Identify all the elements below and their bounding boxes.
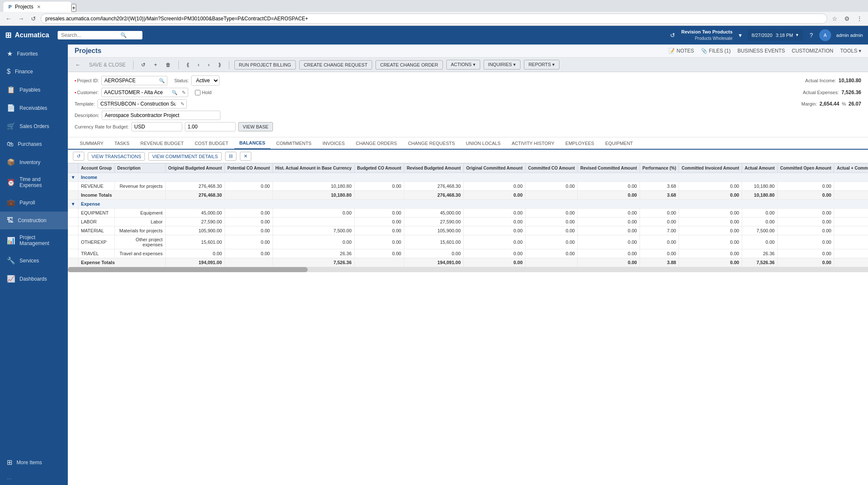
browser-forward-button[interactable]: → — [16, 14, 26, 23]
col-revised-budgeted[interactable]: Revised Budgeted Amount — [404, 164, 463, 173]
template-input[interactable] — [98, 100, 178, 108]
sidebar-item-payroll[interactable]: 💼 Payroll — [0, 193, 68, 212]
col-account-group[interactable]: Account Group — [78, 164, 114, 173]
undo-button[interactable]: ↺ — [139, 61, 148, 69]
tab-commitments[interactable]: COMMITMENTS — [271, 137, 317, 149]
search-input[interactable] — [61, 32, 120, 38]
col-actual-committed[interactable]: Actual + Committed Amount — [834, 164, 868, 173]
description-input[interactable] — [102, 111, 220, 120]
reports-button[interactable]: REPORTS ▾ — [524, 60, 559, 70]
refresh-nav-button[interactable]: ↺ — [669, 31, 676, 40]
new-tab-button[interactable]: + — [71, 4, 76, 12]
browser-address-bar[interactable] — [41, 14, 827, 24]
tab-equipment[interactable]: EQUIPMENT — [600, 137, 638, 149]
sub-icon1-button[interactable]: ⊟ — [225, 152, 236, 161]
col-revised-committed[interactable]: Revised Committed Amount — [578, 164, 640, 173]
tools-button[interactable]: TOOLS ▾ — [840, 48, 861, 54]
browser-extensions-button[interactable]: ⚙ — [842, 14, 852, 23]
browser-menu-button[interactable]: ⋮ — [854, 14, 865, 23]
template-edit-icon[interactable]: ✎ — [178, 100, 186, 108]
sub-refresh-button[interactable]: ↺ — [73, 152, 84, 161]
company-dropdown-button[interactable]: ▾ — [737, 31, 743, 40]
col-potential-co[interactable]: Potential CO Amount — [225, 164, 273, 173]
prev-button[interactable]: ‹ — [195, 61, 202, 69]
customer-edit-icon[interactable]: ✎ — [180, 89, 188, 97]
search-button[interactable]: 🔍 — [120, 32, 127, 38]
view-transactions-button[interactable]: VIEW TRANSACTIONS — [88, 152, 145, 161]
tab-employees[interactable]: EMPLOYEES — [560, 137, 599, 149]
income-expand-cell[interactable]: ▼ — [68, 173, 78, 182]
tab-invoices[interactable]: INVOICES — [317, 137, 350, 149]
expense-expand-cell[interactable]: ▼ — [68, 200, 78, 209]
table-container[interactable]: Account Group Description Original Budge… — [68, 163, 868, 485]
col-performance-pct[interactable]: Performance (%) — [640, 164, 679, 173]
sidebar-item-finance[interactable]: $ Finance — [0, 63, 68, 81]
col-committed-co[interactable]: Committed CO Amount — [526, 164, 578, 173]
run-billing-button[interactable]: RUN PROJECT BILLING — [234, 60, 296, 70]
sub-icon2-button[interactable]: ✕ — [240, 152, 251, 161]
create-change-request-button[interactable]: CREATE CHANGE REQUEST — [299, 60, 372, 70]
currency-input[interactable] — [131, 122, 182, 131]
create-change-order-button[interactable]: CREATE CHANGE ORDER — [376, 60, 443, 70]
tab-union-locals[interactable]: UNION LOCALS — [461, 137, 506, 149]
notes-button[interactable]: 📝 NOTES — [668, 48, 694, 54]
browser-back-button[interactable]: ← — [3, 14, 14, 23]
first-button[interactable]: ⟪ — [184, 61, 192, 69]
inquiries-button[interactable]: INQUIRIES ▾ — [484, 60, 520, 70]
sidebar-item-payables[interactable]: 📋 Payables — [0, 81, 68, 99]
status-select[interactable]: Active — [191, 75, 220, 86]
tab-summary[interactable]: SUMMARY — [75, 137, 108, 149]
add-button[interactable]: + — [151, 61, 159, 69]
col-budgeted-co[interactable]: Budgeted CO Amount — [354, 164, 404, 173]
income-expand-icon[interactable]: ▼ — [71, 175, 75, 180]
tab-cost-budget[interactable]: COST BUDGET — [189, 137, 233, 149]
horizontal-scrollbar[interactable] — [68, 267, 868, 272]
sidebar-item-sales-orders[interactable]: 🛒 Sales Orders — [0, 117, 68, 135]
currency-rate-input[interactable] — [185, 122, 236, 131]
calendar-button[interactable]: ▾ — [795, 31, 800, 39]
tab-tasks[interactable]: TASKS — [109, 137, 134, 149]
customer-search-icon[interactable]: 🔍 — [170, 89, 180, 97]
browser-refresh-button[interactable]: ↺ — [29, 14, 38, 23]
sidebar-item-more-items[interactable]: ⊞ More Items — [0, 453, 68, 471]
tab-close-button[interactable]: ✕ — [37, 4, 41, 10]
sidebar-item-project-management[interactable]: 📊 Project Management — [0, 229, 68, 251]
user-avatar[interactable]: A — [819, 29, 831, 41]
col-committed-open[interactable]: Committed Open Amount — [777, 164, 834, 173]
browser-bookmark-button[interactable]: ☆ — [830, 14, 840, 23]
delete-button[interactable]: 🗑 — [163, 61, 173, 69]
tab-change-requests[interactable]: CHANGE REQUESTS — [403, 137, 460, 149]
col-original-committed[interactable]: Original Committed Amount — [464, 164, 526, 173]
next-button[interactable]: › — [206, 61, 212, 69]
expense-expand-icon[interactable]: ▼ — [71, 201, 75, 206]
sidebar-item-inventory[interactable]: 📦 Inventory — [0, 153, 68, 171]
tab-activity-history[interactable]: ACTIVITY HISTORY — [506, 137, 559, 149]
help-button[interactable]: ? — [808, 31, 814, 40]
sidebar-item-receivables[interactable]: 📄 Receivables — [0, 99, 68, 117]
business-events-button[interactable]: BUSINESS EVENTS — [737, 48, 785, 54]
sidebar-item-construction[interactable]: 🏗 Construction — [0, 212, 68, 229]
tab-change-orders[interactable]: CHANGE ORDERS — [351, 137, 402, 149]
save-close-button[interactable]: SAVE & CLOSE — [86, 61, 128, 69]
sidebar-item-favorites[interactable]: ★ Favorites — [0, 45, 68, 63]
back-button[interactable]: ← — [73, 61, 83, 69]
tab-balances[interactable]: BALANCES — [234, 137, 270, 150]
sidebar-item-dashboards[interactable]: 📈 Dashboards — [0, 270, 68, 288]
browser-tab[interactable]: P Projects ✕ — [3, 2, 71, 12]
last-button[interactable]: ⟫ — [216, 61, 224, 69]
tab-revenue-budget[interactable]: REVENUE BUDGET — [135, 137, 189, 149]
files-button[interactable]: 📎 FILES (1) — [701, 48, 731, 54]
sidebar-item-purchases[interactable]: 🛍 Purchases — [0, 135, 68, 153]
project-id-input[interactable] — [102, 76, 157, 85]
sidebar-item-time-expenses[interactable]: ⏰ Time and Expenses — [0, 171, 68, 193]
col-actual-amount[interactable]: Actual Amount — [742, 164, 777, 173]
sidebar-item-services[interactable]: 🔧 Services — [0, 251, 68, 270]
view-base-button[interactable]: VIEW BASE — [238, 122, 273, 131]
customization-button[interactable]: CUSTOMIZATION — [792, 48, 833, 54]
project-id-search-icon[interactable]: 🔍 — [157, 77, 167, 85]
view-commitment-details-button[interactable]: VIEW COMMITMENT DETAILS — [148, 152, 222, 161]
hold-checkbox[interactable] — [195, 90, 200, 95]
col-hist-actual[interactable]: Hist. Actual Amount in Base Currency — [273, 164, 354, 173]
col-description[interactable]: Description — [114, 164, 165, 173]
actions-button[interactable]: ACTIONS ▾ — [446, 60, 480, 70]
